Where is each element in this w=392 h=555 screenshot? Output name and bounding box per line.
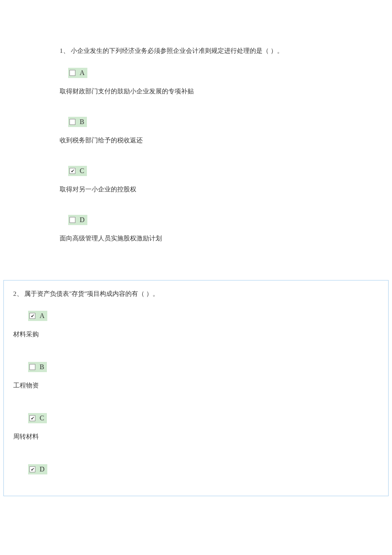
checkbox-wrap-a[interactable]: A [28, 311, 47, 321]
checkbox-wrap-a[interactable]: A [68, 68, 87, 78]
option-text: 取得财政部门支付的鼓励小企业发展的专项补贴 [60, 87, 392, 95]
question-1: 1、 小企业发生的下列经济业务必须参照企业会计准则规定进行处理的是（ ）。 A … [0, 0, 392, 277]
checkbox-icon [69, 70, 75, 76]
option-c: C 周转材料 [13, 413, 379, 441]
checkbox-icon [69, 168, 75, 174]
option-text: 周转材料 [13, 433, 379, 441]
question-number: 2、 [13, 290, 23, 297]
option-b: B 收到税务部门给予的税收返还 [60, 117, 392, 145]
option-d: D 面向高级管理人员实施股权激励计划 [60, 215, 392, 243]
checkbox-wrap-c[interactable]: C [28, 413, 47, 423]
checkbox-wrap-b[interactable]: B [28, 362, 47, 372]
option-letter: A [40, 312, 45, 320]
question-2: 2、 属于资产负债表"存货"项目构成内容的有（ ）。 A 材料采购 B 工程物资… [3, 280, 389, 496]
question-body: 小企业发生的下列经济业务必须参照企业会计准则规定进行处理的是（ ）。 [71, 47, 283, 54]
option-letter: D [80, 216, 85, 224]
checkbox-icon [29, 466, 35, 472]
option-c: C 取得对另一小企业的控股权 [60, 166, 392, 194]
question-number: 1、 [60, 47, 69, 54]
option-text: 收到税务部门给予的税收返还 [60, 136, 392, 145]
option-letter: B [40, 363, 44, 371]
option-letter: C [80, 167, 84, 175]
checkbox-icon [29, 364, 35, 370]
option-d: D [13, 464, 379, 474]
option-text: 面向高级管理人员实施股权激励计划 [60, 234, 392, 243]
option-text: 工程物资 [13, 382, 379, 390]
option-text: 材料采购 [13, 330, 379, 338]
checkbox-wrap-b[interactable]: B [68, 117, 87, 127]
checkbox-wrap-d[interactable]: D [28, 464, 47, 474]
option-letter: B [80, 118, 84, 126]
option-b: B 工程物资 [13, 362, 379, 390]
option-text: 取得对另一小企业的控股权 [60, 185, 392, 194]
option-letter: C [40, 414, 44, 422]
option-letter: A [80, 69, 85, 77]
checkbox-wrap-c[interactable]: C [68, 166, 87, 176]
checkbox-icon [69, 217, 75, 223]
checkbox-icon [29, 415, 35, 421]
question-text: 2、 属于资产负债表"存货"项目构成内容的有（ ）。 [13, 290, 379, 298]
option-a: A 材料采购 [13, 311, 379, 338]
option-a: A 取得财政部门支付的鼓励小企业发展的专项补贴 [60, 68, 392, 95]
option-letter: D [40, 465, 45, 473]
question-text: 1、 小企业发生的下列经济业务必须参照企业会计准则规定进行处理的是（ ）。 [60, 47, 392, 55]
question-body: 属于资产负债表"存货"项目构成内容的有（ ）。 [24, 290, 159, 297]
checkbox-icon [69, 119, 75, 125]
checkbox-icon [29, 313, 35, 319]
checkbox-wrap-d[interactable]: D [68, 215, 87, 225]
